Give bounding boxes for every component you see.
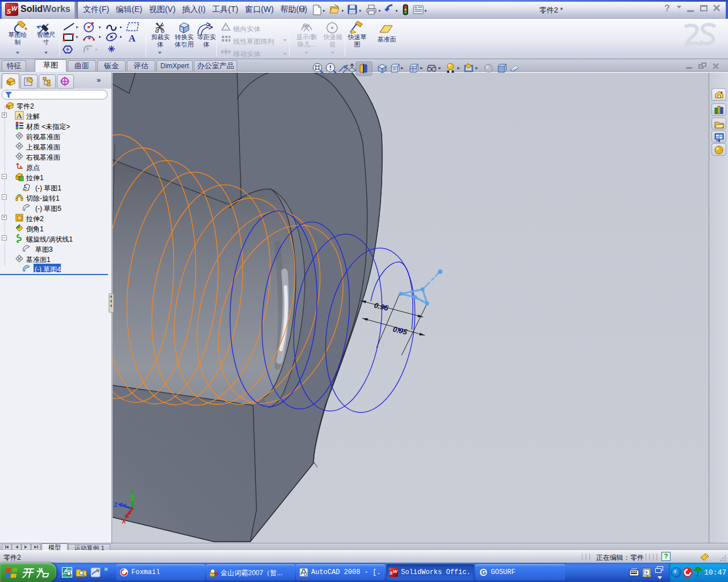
svg-text:Y: Y bbox=[130, 488, 134, 495]
svg-text:?: ? bbox=[645, 570, 648, 576]
svg-text:X: X bbox=[122, 518, 126, 525]
svg-text:G: G bbox=[481, 569, 486, 576]
svg-text:6k: 6k bbox=[303, 23, 309, 29]
svg-text:A: A bbox=[129, 33, 136, 44]
svg-text:A: A bbox=[16, 111, 22, 120]
svg-text:Z: Z bbox=[114, 501, 118, 508]
